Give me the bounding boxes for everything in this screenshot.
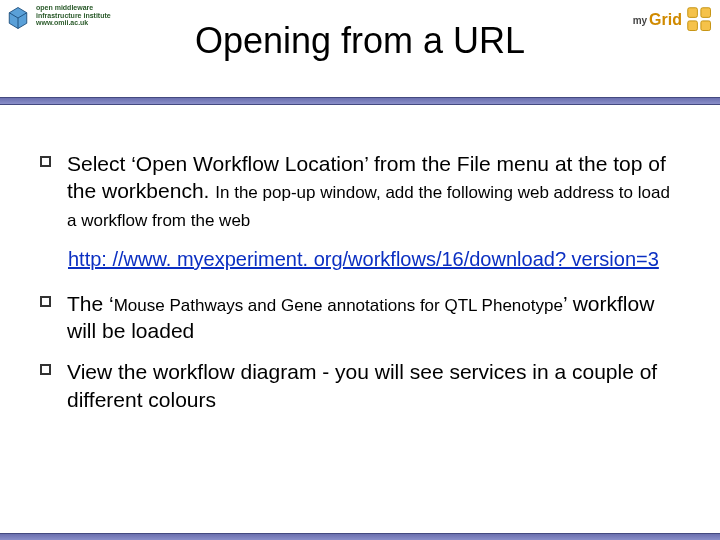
slide-title: Opening from a URL — [0, 20, 720, 62]
bullet-3-main: View the workflow diagram - you will see… — [67, 360, 657, 410]
bullet-item: View the workflow diagram - you will see… — [40, 358, 680, 413]
svg-rect-2 — [688, 8, 698, 18]
omii-logo-line2: infrastructure institute — [36, 12, 111, 20]
workflow-url-link[interactable]: http: //www. myexperiment. org/workflows… — [68, 248, 659, 270]
footer-divider — [0, 533, 720, 540]
bullet-square-icon — [40, 364, 51, 375]
workflow-url-line: http: //www. myexperiment. org/workflows… — [68, 246, 680, 272]
omii-logo-line1: open middleware — [36, 4, 111, 12]
slide-body: Select ‘Open Workflow Location’ from the… — [40, 150, 680, 427]
bullet-text: Select ‘Open Workflow Location’ from the… — [67, 150, 680, 232]
title-divider — [0, 97, 720, 105]
bullet-text: View the workflow diagram - you will see… — [67, 358, 680, 413]
bullet-square-icon — [40, 296, 51, 307]
bullet-2-mid: Mouse Pathways and Gene annotations for … — [114, 296, 563, 315]
slide: open middleware infrastructure institute… — [0, 0, 720, 540]
bullet-item: Select ‘Open Workflow Location’ from the… — [40, 150, 680, 232]
bullet-item: The ‘Mouse Pathways and Gene annotations… — [40, 290, 680, 345]
bullet-text: The ‘Mouse Pathways and Gene annotations… — [67, 290, 680, 345]
svg-rect-3 — [701, 8, 711, 18]
bullet-square-icon — [40, 156, 51, 167]
bullet-2-pre: The ‘ — [67, 292, 114, 315]
